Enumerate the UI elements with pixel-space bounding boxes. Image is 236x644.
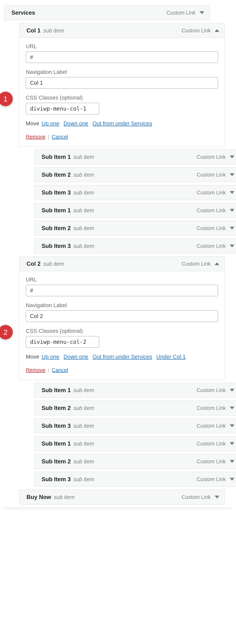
menu-item-title: Sub Item 3 (42, 476, 71, 482)
menu-item-title: Sub Item 2 (42, 172, 71, 178)
menu-sub-item-header[interactable]: Sub Item 1sub itemCustom Link (34, 383, 236, 398)
menu-item-col2-header[interactable]: Col 2 sub item Custom Link (19, 256, 225, 271)
menu-sub-item-header[interactable]: Sub Item 2sub itemCustom Link (34, 167, 236, 182)
item-type-label: Custom Link (197, 405, 226, 411)
chevron-down-icon[interactable] (230, 173, 234, 176)
sub-item-label: sub item (73, 154, 94, 160)
sub-item-label: sub item (43, 261, 64, 267)
sub-item-label: sub item (54, 494, 75, 500)
item-type-label: Custom Link (197, 441, 226, 446)
menu-sub-item-header[interactable]: Sub Item 2sub itemCustom Link (34, 221, 236, 236)
chevron-down-icon[interactable] (230, 227, 234, 230)
menu-item-title: Col 1 (27, 27, 41, 34)
remove-cancel-row: Remove | Cancel (26, 134, 218, 140)
menu-item-title: Sub Item 2 (42, 405, 71, 411)
move-down-one-link[interactable]: Down one (64, 354, 88, 360)
move-under-col1-link[interactable]: Under Col 1 (156, 354, 186, 360)
chevron-down-icon[interactable] (199, 11, 204, 14)
menu-sub-item-header[interactable]: Sub Item 1sub itemCustom Link (34, 436, 236, 451)
menu-sub-item-header[interactable]: Sub Item 1sub itemCustom Link (34, 203, 236, 218)
chevron-down-icon[interactable] (215, 496, 219, 498)
url-field-label: URL (26, 276, 218, 283)
nav-label-input[interactable] (26, 77, 218, 89)
menu-item-title: Sub Item 2 (42, 458, 71, 465)
sub-item-label: sub item (73, 440, 94, 447)
menu-sub-item-header[interactable]: Sub Item 2sub itemCustom Link (34, 454, 236, 469)
menu-sub-item-header[interactable]: Sub Item 3sub itemCustom Link (34, 472, 236, 487)
menu-item-title: Sub Item 1 (42, 154, 71, 160)
menu-item-col1-header[interactable]: Col 1 sub item Custom Link (19, 23, 225, 38)
url-input[interactable] (26, 52, 218, 63)
css-classes-input[interactable] (26, 103, 99, 114)
move-up-one-link[interactable]: Up one (42, 120, 59, 126)
chevron-down-icon[interactable] (230, 389, 234, 392)
menu-item-title: Sub Item 1 (42, 387, 71, 394)
sub-item-label: sub item (73, 476, 94, 482)
chevron-down-icon[interactable] (230, 244, 234, 248)
move-label: Move (26, 120, 39, 126)
css-classes-field-label: CSS Classes (optional) (26, 94, 218, 101)
css-classes-input[interactable] (26, 336, 99, 348)
item-type-label: Custom Link (197, 190, 226, 196)
sub-item-label: sub item (73, 225, 94, 232)
cancel-link[interactable]: Cancel (52, 367, 68, 373)
url-input[interactable] (26, 285, 218, 296)
nav-label-field-label: Navigation Label (26, 302, 218, 308)
item-type-label: Custom Link (197, 225, 226, 231)
menu-item-title: Buy Now (27, 494, 51, 500)
item-type-label: Custom Link (182, 494, 211, 500)
item-type-label: Custom Link (182, 261, 211, 267)
menu-item-title: Sub Item 3 (42, 422, 71, 429)
sub-item-label: sub item (73, 243, 94, 249)
pipe-separator: | (48, 134, 49, 140)
chevron-down-icon[interactable] (230, 478, 234, 481)
menu-sub-item-header[interactable]: Sub Item 1sub itemCustom Link (34, 150, 236, 164)
remove-cancel-row: Remove | Cancel (26, 367, 218, 373)
menu-sub-item-header[interactable]: Sub Item 3sub itemCustom Link (34, 238, 236, 254)
chevron-down-icon[interactable] (230, 460, 234, 463)
menu-item-title: Sub Item 2 (42, 225, 71, 232)
item-type-label: Custom Link (197, 476, 226, 482)
item-type-label: Custom Link (197, 458, 226, 464)
item-type-label: Custom Link (166, 10, 196, 16)
chevron-down-icon[interactable] (230, 406, 234, 410)
menu-item-title: Sub Item 1 (42, 207, 71, 214)
sub-item-label: sub item (73, 387, 94, 394)
remove-link[interactable]: Remove (26, 134, 45, 140)
chevron-down-icon[interactable] (230, 209, 234, 212)
cancel-link[interactable]: Cancel (52, 134, 68, 140)
move-up-one-link[interactable]: Up one (42, 354, 59, 360)
menu-item-title: Sub Item 3 (42, 243, 71, 249)
move-down-one-link[interactable]: Down one (64, 120, 88, 126)
sub-item-label: sub item (73, 190, 94, 196)
pipe-separator: | (48, 367, 49, 373)
item-type-label: Custom Link (182, 28, 211, 34)
url-field-label: URL (26, 43, 218, 50)
annotation-badge-2: 2 (0, 325, 13, 339)
menu-sub-item-header[interactable]: Sub Item 3sub itemCustom Link (34, 185, 236, 200)
menu-sub-item-header[interactable]: Sub Item 3sub itemCustom Link (34, 418, 236, 433)
sub-item-label: sub item (73, 207, 94, 214)
move-out-link[interactable]: Out from under Services (92, 354, 152, 360)
move-out-link[interactable]: Out from under Services (92, 120, 152, 126)
menu-item-services-header[interactable]: Services Custom Link (4, 5, 210, 20)
chevron-down-icon[interactable] (230, 442, 234, 445)
partial-next-item (4, 508, 232, 510)
move-links-row: Move Up one Down one Out from under Serv… (26, 354, 218, 360)
chevron-up-icon[interactable] (215, 29, 219, 32)
chevron-down-icon[interactable] (230, 191, 234, 194)
chevron-up-icon[interactable] (215, 262, 219, 265)
sub-item-label: sub item (73, 172, 94, 178)
item-type-label: Custom Link (197, 423, 226, 429)
item-type-label: Custom Link (197, 172, 226, 178)
menu-sub-item-header[interactable]: Sub Item 2sub itemCustom Link (34, 400, 236, 416)
menu-item-col1-body: 1 URL Navigation Label CSS Classes (opti… (19, 38, 225, 146)
move-links-row: Move Up one Down one Out from under Serv… (26, 120, 218, 127)
remove-link[interactable]: Remove (26, 367, 45, 373)
move-label: Move (26, 354, 39, 360)
chevron-down-icon[interactable] (230, 424, 234, 427)
nav-label-input[interactable] (26, 310, 218, 322)
menu-item-title: Services (12, 10, 35, 16)
menu-item-buy-now-header[interactable]: Buy Now sub item Custom Link (19, 490, 225, 504)
chevron-down-icon[interactable] (230, 156, 234, 158)
